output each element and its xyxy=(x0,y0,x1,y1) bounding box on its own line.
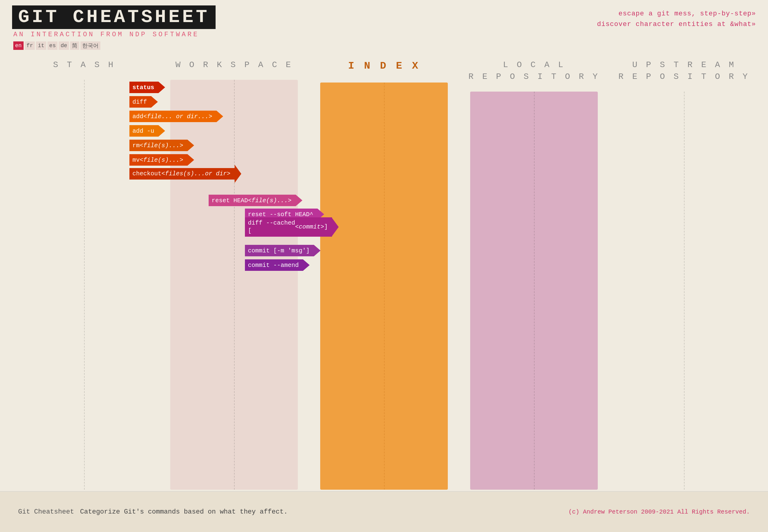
local-header: L O C A LR E P O S I T O R Y xyxy=(468,53,599,92)
lang-it[interactable]: it xyxy=(36,41,46,50)
upstream-line xyxy=(684,92,685,490)
cmd-diff[interactable]: diff xyxy=(129,96,158,108)
stash-header: S T A S H xyxy=(53,53,115,80)
top-link-2[interactable]: discover character entities at &what» xyxy=(597,19,756,30)
header: Git Cheatsheet An Interaction From NDP S… xyxy=(0,0,768,51)
col-local: L O C A LR E P O S I T O R Y xyxy=(459,53,609,490)
upstream-header: U P S T R E A MR E P O S I T O R Y xyxy=(618,53,749,92)
col-upstream: U P S T R E A MR E P O S I T O R Y xyxy=(609,53,759,490)
lang-fr[interactable]: fr xyxy=(25,41,35,50)
upstream-body xyxy=(620,92,748,490)
lang-zh[interactable]: 简 xyxy=(70,41,79,50)
lang-es[interactable]: es xyxy=(47,41,58,50)
footer-description: Categorize Git's commands based on what … xyxy=(80,508,288,516)
subtitle: An Interaction From NDP Software xyxy=(12,29,216,40)
cmd-commit-amend[interactable]: commit --amend xyxy=(245,259,310,271)
main-title: Git Cheatsheet xyxy=(12,5,216,29)
title-block: Git Cheatsheet An Interaction From NDP S… xyxy=(12,5,216,51)
cmd-rm[interactable]: rm <file(s)...> xyxy=(129,140,194,151)
workspace-line xyxy=(234,80,235,490)
local-body xyxy=(470,92,598,490)
footer-left: Git Cheatsheet Categorize Git's commands… xyxy=(18,508,288,516)
top-links: escape a git mess, step-by-step» discove… xyxy=(597,5,756,30)
cmd-add-file[interactable]: add <file... or dir...> xyxy=(129,111,223,122)
index-line xyxy=(384,83,385,490)
stash-body xyxy=(20,80,148,490)
stash-line xyxy=(84,80,85,490)
cmd-add-u[interactable]: add -u xyxy=(129,125,165,137)
cmd-checkout[interactable]: checkout <files(s)...or dir> xyxy=(129,168,241,180)
footer-app-name: Git Cheatsheet xyxy=(18,508,74,516)
cmd-diff-cached[interactable]: diff --cached[<commit>] xyxy=(245,221,339,233)
footer: Git Cheatsheet Categorize Git's commands… xyxy=(0,491,768,532)
index-header: I N D E X xyxy=(348,53,420,83)
lang-de[interactable]: de xyxy=(59,41,69,50)
language-bar: en fr it es de 简 한국어 xyxy=(12,40,216,51)
top-link-1[interactable]: escape a git mess, step-by-step» xyxy=(597,8,756,19)
cmd-commit[interactable]: commit [-m 'msg'] xyxy=(245,245,321,256)
lang-en[interactable]: en xyxy=(13,41,24,50)
workspace-header: W O R K S P A C E xyxy=(175,53,293,80)
lang-ko[interactable]: 한국어 xyxy=(80,41,100,50)
cmd-mv[interactable]: mv <file(s)...> xyxy=(129,154,194,166)
index-body xyxy=(320,83,448,490)
local-line xyxy=(534,92,535,490)
col-index: I N D E X xyxy=(309,53,459,490)
main-area: S T A S H W O R K S P A C E I N D E X L … xyxy=(0,53,768,490)
cmd-reset-head[interactable]: reset HEAD <file(s)...> xyxy=(209,195,302,206)
cmd-status[interactable]: status xyxy=(129,82,165,93)
footer-copyright: (c) Andrew Peterson 2009-2021 All Rights… xyxy=(568,508,750,515)
